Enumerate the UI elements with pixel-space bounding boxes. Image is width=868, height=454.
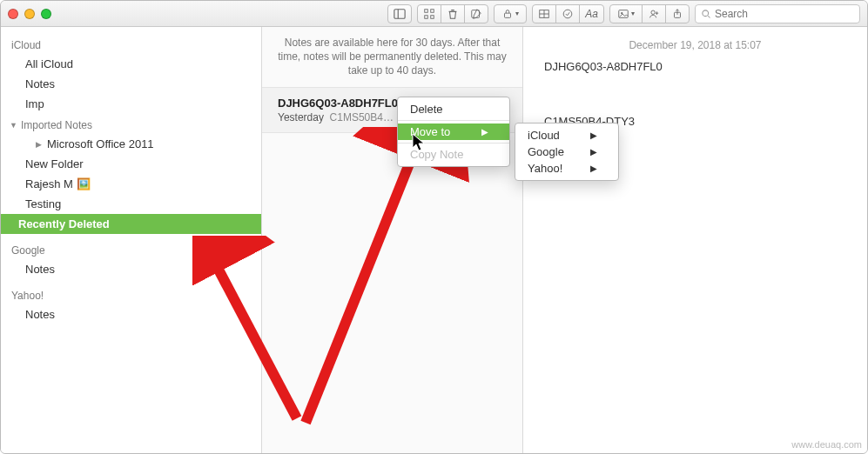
- menu-delete[interactable]: Delete: [398, 101, 509, 117]
- svg-rect-4: [425, 15, 428, 18]
- panel-icon: [394, 8, 406, 20]
- svg-rect-5: [431, 15, 434, 18]
- table-button[interactable]: [532, 4, 556, 23]
- content-area: iCloud All iCloud Notes Imp ▼ Imported N…: [1, 27, 867, 453]
- svg-point-16: [703, 10, 709, 16]
- menu-separator: [398, 143, 509, 144]
- sidebar-item-testing[interactable]: Testing: [1, 194, 261, 214]
- window-controls: [8, 9, 51, 19]
- section-google[interactable]: Google: [1, 239, 261, 259]
- notes-list: Notes are available here for 30 days. Af…: [262, 27, 523, 453]
- move-to-submenu: iCloud▶ Google▶ Yahoo!▶: [515, 123, 619, 181]
- note-date: December 19, 2018 at 15:07: [544, 39, 846, 51]
- section-icloud[interactable]: iCloud: [1, 34, 261, 54]
- compose-icon: [470, 8, 482, 20]
- menu-copy-note[interactable]: Copy Note: [398, 146, 509, 163]
- sidebar-item-msoffice[interactable]: ▶ Microsoft Office 2011: [1, 134, 261, 154]
- minimize-window-button[interactable]: [24, 9, 35, 19]
- close-window-button[interactable]: [8, 9, 18, 19]
- note-detail-title: DJHG6Q03-A8DH7FL0: [544, 60, 846, 73]
- menu-separator: [398, 120, 509, 121]
- media-button[interactable]: ▾: [609, 4, 643, 23]
- sidebar-item-yahoo-notes[interactable]: Notes: [1, 304, 261, 324]
- chevron-right-icon: ▶: [481, 127, 488, 137]
- toolbar: ▾ Aa ▾: [1, 1, 867, 27]
- lock-button[interactable]: ▾: [494, 4, 527, 23]
- chevron-down-icon: ▼: [10, 121, 17, 130]
- checklist-icon: [562, 8, 574, 20]
- format-button[interactable]: Aa: [579, 4, 604, 23]
- sidebar-item-google-notes[interactable]: Notes: [1, 259, 261, 279]
- sidebar-item-all-icloud[interactable]: All iCloud: [1, 54, 261, 74]
- submenu-google[interactable]: Google▶: [515, 144, 618, 160]
- sidebar-item-new-folder[interactable]: New Folder: [1, 154, 261, 174]
- svg-line-17: [708, 16, 710, 17]
- watermark: www.deuaq.com: [791, 439, 862, 450]
- folder-label: Microsoft Office 2011: [47, 137, 154, 150]
- sidebar-toggle-button[interactable]: [387, 4, 412, 23]
- chevron-down-icon: ▾: [631, 10, 635, 17]
- checklist-button[interactable]: [555, 4, 580, 23]
- view-grid-button[interactable]: [417, 4, 441, 23]
- chevron-down-icon: ▾: [515, 10, 519, 17]
- sidebar-item-recently-deleted[interactable]: Recently Deleted: [1, 214, 261, 234]
- note-detail: December 19, 2018 at 15:07 DJHG6Q03-A8DH…: [523, 27, 867, 453]
- photo-icon: [617, 8, 629, 20]
- sidebar-group-imported-notes[interactable]: ▼ Imported Notes: [1, 114, 261, 134]
- delete-button[interactable]: [441, 4, 465, 23]
- table-icon: [538, 8, 550, 20]
- app-window: ▾ Aa ▾: [0, 0, 868, 454]
- sidebar-item-imp[interactable]: Imp: [1, 94, 261, 114]
- zoom-window-button[interactable]: [41, 9, 51, 19]
- deleted-banner: Notes are available here for 30 days. Af…: [262, 32, 522, 87]
- submenu-yahoo[interactable]: Yahoo!▶: [515, 160, 618, 177]
- folders-sidebar: iCloud All iCloud Notes Imp ▼ Imported N…: [1, 27, 262, 453]
- chevron-right-icon: ▶: [590, 147, 597, 157]
- group-label: Imported Notes: [21, 119, 92, 131]
- submenu-icloud[interactable]: iCloud▶: [515, 127, 618, 144]
- sidebar-item-rajesh[interactable]: Rajesh M 🖼️: [1, 174, 261, 194]
- lock-icon: [501, 8, 514, 20]
- svg-point-14: [651, 10, 655, 14]
- share-icon: [671, 8, 683, 20]
- add-people-icon: [648, 8, 660, 20]
- search-icon: [701, 9, 711, 19]
- search-field[interactable]: [695, 4, 860, 23]
- svg-rect-0: [394, 9, 405, 18]
- compose-button[interactable]: [464, 4, 488, 23]
- sidebar-item-notes[interactable]: Notes: [1, 74, 261, 94]
- menu-move-to[interactable]: Move to▶: [398, 124, 509, 140]
- search-input[interactable]: [715, 8, 854, 20]
- svg-rect-3: [431, 9, 434, 12]
- svg-rect-2: [425, 9, 428, 12]
- svg-rect-6: [472, 10, 480, 17]
- chevron-right-icon: ▶: [590, 164, 597, 173]
- svg-point-11: [564, 10, 573, 18]
- share-button[interactable]: [665, 4, 690, 23]
- add-people-button[interactable]: [642, 4, 666, 23]
- context-menu: Delete Move to▶ Copy Note: [397, 97, 510, 167]
- trash-icon: [447, 8, 459, 20]
- svg-rect-7: [505, 13, 511, 17]
- section-yahoo[interactable]: Yahoo!: [1, 284, 261, 304]
- chevron-right-icon: ▶: [590, 130, 597, 140]
- grid-icon: [423, 8, 435, 20]
- chevron-right-icon: ▶: [36, 140, 42, 149]
